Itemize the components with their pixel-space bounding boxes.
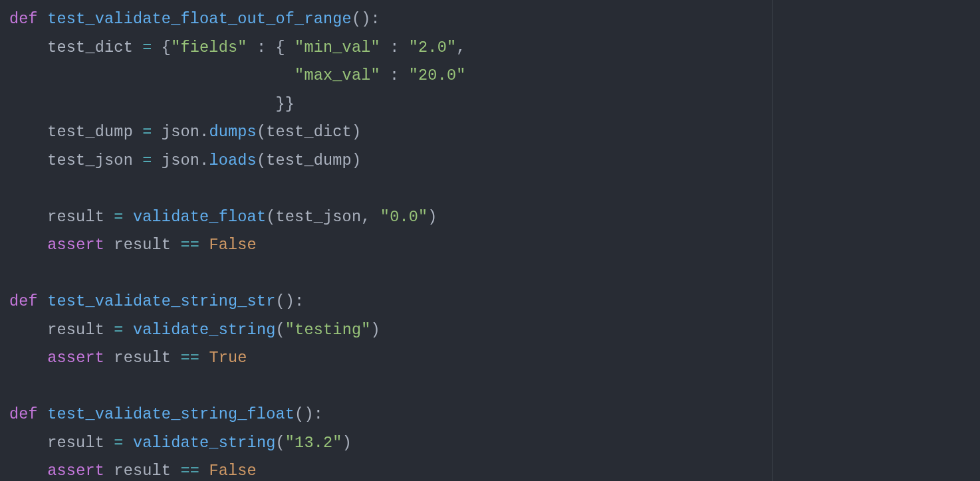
code-token xyxy=(199,462,209,480)
code-token: assert xyxy=(47,462,104,480)
code-token xyxy=(9,264,19,282)
code-token: result xyxy=(104,462,180,480)
code-token: def xyxy=(9,292,47,310)
code-token: , xyxy=(456,39,465,56)
code-token: : xyxy=(380,66,409,84)
code-token: { xyxy=(152,39,172,56)
code-token: = xyxy=(114,434,123,452)
code-token: result xyxy=(9,208,114,226)
code-line[interactable]: def test_validate_string_str(): xyxy=(9,288,980,316)
code-token: False xyxy=(209,462,257,480)
editor-ruler xyxy=(772,0,773,481)
code-token: dumps xyxy=(209,123,257,141)
code-token: = xyxy=(114,321,123,339)
code-token xyxy=(9,179,19,197)
code-token: json. xyxy=(152,123,209,141)
code-token: "min_val" xyxy=(295,39,380,56)
code-token: result xyxy=(9,434,114,452)
code-line[interactable]: def test_validate_float_out_of_range(): xyxy=(9,5,980,34)
code-token: test_validate_string_float xyxy=(47,405,295,423)
code-token xyxy=(199,236,209,254)
code-token: ( xyxy=(276,434,285,452)
code-line[interactable]: test_dict = {"fields" : { "min_val" : "2… xyxy=(9,34,980,62)
code-token: == xyxy=(180,236,199,254)
code-token xyxy=(9,462,47,480)
code-token: "max_val" xyxy=(295,66,380,84)
code-line[interactable]: result = validate_string("testing") xyxy=(9,316,980,345)
code-token xyxy=(124,434,133,452)
code-token: == xyxy=(180,349,199,367)
code-line[interactable]: }} xyxy=(9,90,980,119)
code-token: ) xyxy=(371,321,380,339)
code-token: validate_string xyxy=(133,434,276,452)
code-token: loads xyxy=(209,151,257,169)
code-token: False xyxy=(209,236,257,254)
code-token: "fields" xyxy=(171,39,247,56)
code-token: json. xyxy=(152,151,209,169)
code-token: validate_float xyxy=(133,208,266,226)
code-token: : xyxy=(380,39,409,56)
code-line[interactable]: assert result == False xyxy=(9,457,980,481)
code-line[interactable]: test_json = json.loads(test_dump) xyxy=(9,147,980,175)
code-token: = xyxy=(114,208,123,226)
code-token: = xyxy=(142,151,152,169)
code-token xyxy=(124,208,133,226)
code-token xyxy=(199,349,209,367)
code-token: test_validate_float_out_of_range xyxy=(47,10,352,28)
code-token xyxy=(9,236,47,254)
code-token: "2.0" xyxy=(409,39,457,56)
code-token: def xyxy=(9,10,47,28)
code-line[interactable]: assert result == True xyxy=(9,344,980,373)
code-token: test_validate_string_str xyxy=(47,292,275,310)
code-line[interactable]: result = validate_string("13.2") xyxy=(9,429,980,458)
code-token: "20.0" xyxy=(409,66,466,84)
code-line[interactable]: test_dump = json.dumps(test_dict) xyxy=(9,118,980,147)
code-token: (): xyxy=(295,405,323,423)
code-token: = xyxy=(142,39,152,56)
code-token xyxy=(9,377,19,395)
code-token: : { xyxy=(247,39,295,56)
code-token: result xyxy=(104,349,180,367)
code-token: test_dict xyxy=(9,39,142,56)
code-token xyxy=(9,66,295,84)
code-token: ) xyxy=(428,208,437,226)
code-token: test_dump xyxy=(9,123,142,141)
code-line[interactable]: def test_validate_string_float(): xyxy=(9,401,980,429)
code-line[interactable]: assert result == False xyxy=(9,231,980,260)
code-line[interactable] xyxy=(9,373,980,401)
code-token: True xyxy=(209,349,247,367)
code-token: "testing" xyxy=(285,321,371,339)
code-line[interactable]: result = validate_float(test_json, "0.0"… xyxy=(9,203,980,232)
code-token: validate_string xyxy=(133,321,276,339)
code-token: def xyxy=(9,405,47,423)
code-token: (): xyxy=(275,292,304,310)
code-token: (): xyxy=(352,10,380,28)
code-token: (test_json, xyxy=(266,208,380,226)
code-token: "0.0" xyxy=(380,208,428,226)
code-token: "13.2" xyxy=(285,434,342,452)
code-token: }} xyxy=(9,95,295,113)
code-token xyxy=(9,349,47,367)
code-line[interactable] xyxy=(9,260,980,288)
code-line[interactable] xyxy=(9,175,980,203)
code-line[interactable]: "max_val" : "20.0" xyxy=(9,62,980,90)
code-token xyxy=(124,321,133,339)
code-token: ( xyxy=(276,321,285,339)
code-token: assert xyxy=(47,236,104,254)
code-token: result xyxy=(104,236,180,254)
code-token: assert xyxy=(47,349,104,367)
code-token: test_json xyxy=(9,151,142,169)
code-token: ) xyxy=(342,434,352,452)
code-token: (test_dict) xyxy=(257,123,361,141)
code-token: (test_dump) xyxy=(257,151,361,169)
code-token: result xyxy=(9,321,114,339)
code-token: = xyxy=(142,123,152,141)
code-token: == xyxy=(180,462,199,480)
code-editor[interactable]: def test_validate_float_out_of_range(): … xyxy=(0,0,980,481)
